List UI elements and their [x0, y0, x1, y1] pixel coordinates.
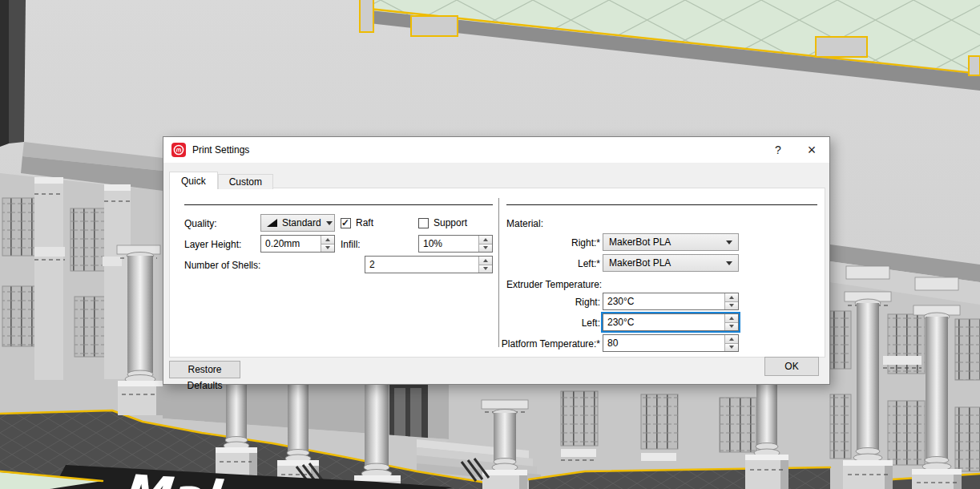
shells-input[interactable]: 2 — [365, 256, 493, 273]
left-group-rule — [184, 204, 493, 205]
material-right-label: Right:* — [500, 236, 600, 249]
shells-spin-down[interactable] — [479, 265, 492, 273]
raft-checkbox[interactable]: ✓ — [341, 218, 351, 228]
makerbot-logo-icon — [171, 143, 186, 157]
material-left-dropdown[interactable]: MakerBot PLA — [603, 254, 739, 272]
material-label: Material: — [506, 217, 543, 230]
platform-temp-label: Platform Temperature:* — [500, 337, 600, 350]
app-window: Mak Print Settings ? × Quick Custom — [0, 0, 980, 489]
infill-spin-down[interactable] — [479, 244, 492, 253]
extruder-left-input[interactable]: 230°C — [603, 313, 739, 331]
restore-defaults-button[interactable]: Restore Defaults — [169, 361, 240, 378]
column-divider — [498, 198, 499, 347]
arrow-down-icon — [729, 304, 734, 307]
arrow-up-icon — [729, 337, 734, 341]
support-checkbox[interactable]: ✓ — [418, 218, 429, 228]
extruder-left-spin-up[interactable] — [725, 314, 738, 323]
layer-height-input[interactable]: 0.20mm — [260, 235, 335, 253]
quality-dropdown[interactable]: Standard — [260, 214, 335, 232]
material-left-value: MakerBot PLA — [609, 257, 671, 269]
material-left-label: Left:* — [500, 257, 600, 270]
extruder-right-label: Right: — [500, 296, 600, 309]
layer-height-label: Layer Height: — [184, 238, 241, 251]
check-icon: ✓ — [341, 217, 349, 228]
shells-label: Number of Shells: — [184, 259, 260, 272]
quick-tab-panel: Quality: Standard ✓ Raft ✓ Support Layer… — [169, 188, 825, 358]
extruder-left-value: 230°C — [603, 314, 724, 330]
platform-temp-spin-up[interactable] — [725, 335, 738, 344]
right-group-rule — [506, 204, 817, 205]
quality-value: Standard — [282, 217, 321, 228]
arrow-down-icon — [483, 267, 488, 270]
infill-spin-up[interactable] — [479, 236, 492, 244]
raft-label: Raft — [356, 217, 373, 228]
layer-height-spin-down[interactable] — [321, 244, 334, 253]
quality-ramp-icon — [267, 219, 277, 227]
extruder-left-spin-down[interactable] — [725, 323, 738, 331]
arrow-up-icon — [483, 259, 488, 262]
material-right-dropdown[interactable]: MakerBot PLA — [603, 233, 739, 251]
extruder-temp-label: Extruder Temperature: — [506, 278, 602, 291]
arrow-down-icon — [325, 246, 330, 249]
tab-custom[interactable]: Custom — [218, 174, 273, 189]
tab-bar: Quick Custom — [169, 172, 273, 189]
ok-button[interactable]: OK — [764, 357, 819, 376]
arrow-up-icon — [325, 238, 330, 241]
extruder-right-value: 230°C — [603, 293, 724, 309]
support-checkbox-row: ✓ Support — [418, 216, 467, 229]
extruder-right-spin-down[interactable] — [725, 302, 738, 310]
print-settings-dialog: Print Settings ? × Quick Custom Quality:… — [163, 136, 830, 385]
extruder-right-input[interactable]: 230°C — [603, 293, 739, 310]
infill-value: 10% — [419, 236, 478, 252]
chevron-down-icon — [726, 240, 732, 244]
dialog-titlebar[interactable]: Print Settings ? × — [163, 137, 829, 163]
platform-temp-input[interactable]: 80 — [603, 334, 739, 352]
chevron-down-icon — [726, 261, 732, 265]
raft-checkbox-row: ✓ Raft — [341, 216, 373, 229]
shells-spin-up[interactable] — [479, 257, 492, 265]
platform-temp-spin-down[interactable] — [725, 344, 738, 352]
platform-temp-value: 80 — [603, 335, 724, 351]
layer-height-spin-up[interactable] — [321, 236, 334, 244]
close-button[interactable]: × — [799, 137, 825, 163]
chevron-down-icon — [326, 221, 333, 225]
infill-input[interactable]: 10% — [418, 235, 493, 253]
support-label: Support — [434, 217, 467, 228]
infill-label: Infill: — [341, 238, 361, 251]
arrow-down-icon — [483, 246, 488, 249]
extruder-left-label: Left: — [500, 317, 600, 329]
arrow-down-icon — [729, 325, 734, 328]
arrow-up-icon — [729, 317, 734, 320]
quality-label: Quality: — [184, 217, 217, 230]
help-button[interactable]: ? — [765, 137, 791, 163]
material-right-value: MakerBot PLA — [609, 236, 671, 248]
dialog-title: Print Settings — [192, 144, 249, 156]
shells-value: 2 — [365, 257, 478, 273]
tab-quick[interactable]: Quick — [169, 172, 218, 189]
arrow-down-icon — [729, 346, 734, 349]
layer-height-value: 0.20mm — [261, 236, 321, 252]
extruder-right-spin-up[interactable] — [725, 293, 738, 302]
arrow-up-icon — [483, 238, 488, 241]
arrow-up-icon — [729, 296, 734, 299]
